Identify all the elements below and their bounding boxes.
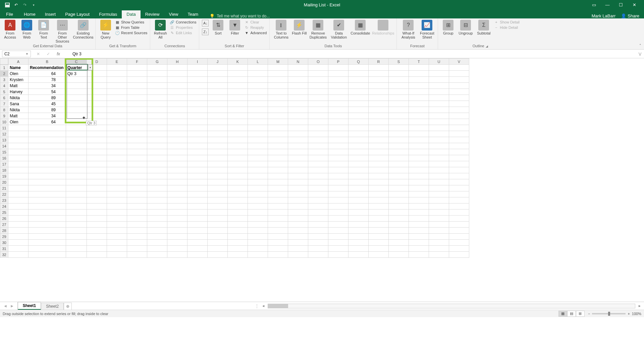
cell-C12[interactable] xyxy=(66,131,87,137)
cell-F23[interactable] xyxy=(127,197,147,203)
cell-N11[interactable] xyxy=(288,125,308,131)
row-header-18[interactable]: 18 xyxy=(0,167,8,173)
cell-V17[interactable] xyxy=(449,161,469,167)
cell-I3[interactable] xyxy=(187,77,208,83)
cell-P4[interactable] xyxy=(328,83,348,89)
cell-H31[interactable] xyxy=(167,246,187,252)
cell-B28[interactable] xyxy=(29,228,66,234)
row-header-1[interactable]: 1 xyxy=(0,65,8,71)
namebox-dropdown-icon[interactable]: ▼ xyxy=(25,52,29,56)
row-header-8[interactable]: 8 xyxy=(0,107,8,113)
cell-I24[interactable] xyxy=(187,203,208,209)
cell-Q25[interactable] xyxy=(348,209,369,216)
cell-B25[interactable] xyxy=(29,209,66,216)
cell-P15[interactable] xyxy=(328,149,348,155)
cell-D18[interactable] xyxy=(87,167,107,173)
cell-U26[interactable] xyxy=(429,216,449,222)
cell-G29[interactable] xyxy=(147,234,167,240)
cell-M24[interactable] xyxy=(268,203,288,209)
tab-formulas[interactable]: Formulas xyxy=(94,10,122,18)
cell-O3[interactable] xyxy=(308,77,328,83)
cell-U23[interactable] xyxy=(429,197,449,203)
cell-C21[interactable] xyxy=(66,185,87,191)
cell-F25[interactable] xyxy=(127,209,147,216)
tab-view[interactable]: View xyxy=(164,10,183,18)
cell-T24[interactable] xyxy=(409,203,429,209)
cell-P29[interactable] xyxy=(328,234,348,240)
sort-az-icon[interactable]: A↓ xyxy=(202,20,209,26)
cell-T31[interactable] xyxy=(409,246,429,252)
cell-D12[interactable] xyxy=(87,131,107,137)
redo-icon[interactable]: ↷ xyxy=(22,2,28,8)
cell-V24[interactable] xyxy=(449,203,469,209)
cell-G12[interactable] xyxy=(147,131,167,137)
cell-M4[interactable] xyxy=(268,83,288,89)
cell-K4[interactable] xyxy=(228,83,248,89)
flash-fill-button[interactable]: ⚡Flash Fill xyxy=(292,20,307,35)
cell-D25[interactable] xyxy=(87,209,107,216)
cell-J29[interactable] xyxy=(208,234,228,240)
cell-F29[interactable] xyxy=(127,234,147,240)
cell-D30[interactable] xyxy=(87,240,107,246)
cell-L32[interactable] xyxy=(248,252,268,258)
cell-O16[interactable] xyxy=(308,155,328,161)
cell-R25[interactable] xyxy=(369,209,389,216)
cell-K32[interactable] xyxy=(228,252,248,258)
cell-V23[interactable] xyxy=(449,197,469,203)
cell-H21[interactable] xyxy=(167,185,187,191)
reapply-button[interactable]: ↻Reapply xyxy=(244,25,267,30)
column-header-K[interactable]: K xyxy=(228,59,248,65)
cell-R1[interactable] xyxy=(369,65,389,71)
refresh-all-button[interactable]: ⟳Refresh All xyxy=(153,20,168,39)
cell-B23[interactable] xyxy=(29,197,66,203)
cell-V27[interactable] xyxy=(449,222,469,228)
cell-A32[interactable] xyxy=(8,252,29,258)
cell-U16[interactable] xyxy=(429,155,449,161)
cell-L23[interactable] xyxy=(248,197,268,203)
cell-O32[interactable] xyxy=(308,252,328,258)
cell-I1[interactable] xyxy=(187,65,208,71)
cell-E6[interactable] xyxy=(107,95,127,101)
cell-O24[interactable] xyxy=(308,203,328,209)
cell-C26[interactable] xyxy=(66,216,87,222)
cell-B30[interactable] xyxy=(29,240,66,246)
cell-P22[interactable] xyxy=(328,191,348,197)
cell-R18[interactable] xyxy=(369,167,389,173)
cell-L24[interactable] xyxy=(248,203,268,209)
cell-T30[interactable] xyxy=(409,240,429,246)
cell-A3[interactable]: Krysten xyxy=(8,77,29,83)
worksheet-grid[interactable]: ABCDEFGHIJKLMNOPQRSTUV1NameRecommendatio… xyxy=(0,58,644,302)
cell-H28[interactable] xyxy=(167,228,187,234)
cell-Q21[interactable] xyxy=(348,185,369,191)
cell-T18[interactable] xyxy=(409,167,429,173)
cell-G16[interactable] xyxy=(147,155,167,161)
cell-L16[interactable] xyxy=(248,155,268,161)
cell-L19[interactable] xyxy=(248,173,268,179)
cell-J10[interactable] xyxy=(208,119,228,125)
cell-D28[interactable] xyxy=(87,228,107,234)
cell-V11[interactable] xyxy=(449,125,469,131)
cell-A29[interactable] xyxy=(8,234,29,240)
new-query-button[interactable]: ⚡New Query xyxy=(98,20,113,39)
cell-K10[interactable] xyxy=(228,119,248,125)
column-header-N[interactable]: N xyxy=(288,59,308,65)
cell-Q17[interactable] xyxy=(348,161,369,167)
cell-L17[interactable] xyxy=(248,161,268,167)
edit-links-button[interactable]: ✎Edit Links xyxy=(170,31,196,35)
cell-H30[interactable] xyxy=(167,240,187,246)
cell-K3[interactable] xyxy=(228,77,248,83)
cell-T13[interactable] xyxy=(409,137,429,143)
row-header-3[interactable]: 3 xyxy=(0,77,8,83)
cell-V12[interactable] xyxy=(449,131,469,137)
cell-M5[interactable] xyxy=(268,89,288,95)
cell-Q29[interactable] xyxy=(348,234,369,240)
cell-B22[interactable] xyxy=(29,191,66,197)
cell-M13[interactable] xyxy=(268,137,288,143)
cell-A24[interactable] xyxy=(8,203,29,209)
cell-F30[interactable] xyxy=(127,240,147,246)
cell-L30[interactable] xyxy=(248,240,268,246)
cell-U20[interactable] xyxy=(429,179,449,185)
cell-G28[interactable] xyxy=(147,228,167,234)
cell-F12[interactable] xyxy=(127,131,147,137)
cell-R29[interactable] xyxy=(369,234,389,240)
